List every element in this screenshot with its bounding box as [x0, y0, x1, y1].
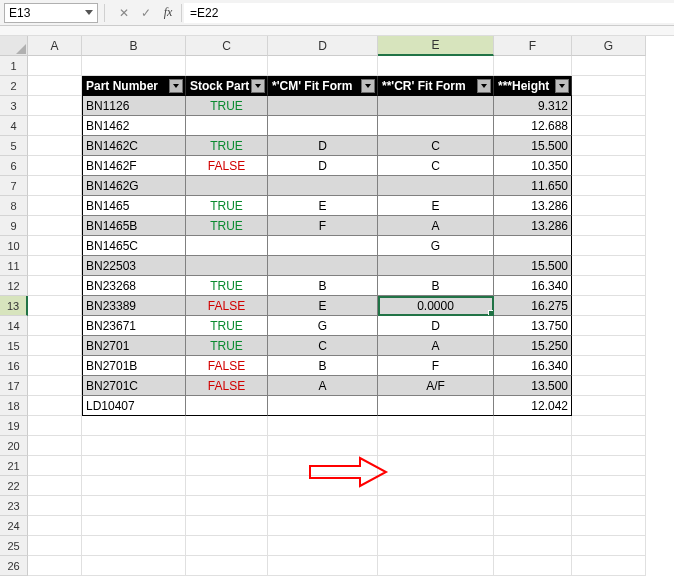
cell-stock-part[interactable]: TRUE: [186, 336, 268, 356]
cell-B21[interactable]: [82, 456, 186, 476]
cell-A12[interactable]: [28, 276, 82, 296]
cell-A6[interactable]: [28, 156, 82, 176]
cell-part-number[interactable]: BN2701B: [82, 356, 186, 376]
cell-height[interactable]: 15.500: [494, 136, 572, 156]
cell-cm-fit[interactable]: [268, 176, 378, 196]
cell-height[interactable]: 15.250: [494, 336, 572, 356]
cell-height[interactable]: 12.688: [494, 116, 572, 136]
cell-stock-part[interactable]: [186, 176, 268, 196]
cell-part-number[interactable]: BN23268: [82, 276, 186, 296]
row-header-10[interactable]: 10: [0, 236, 28, 256]
filter-dropdown-icon[interactable]: [251, 79, 265, 93]
table-header-partNumber[interactable]: Part Number: [82, 76, 186, 96]
column-header-A[interactable]: A: [28, 36, 82, 56]
cell-E23[interactable]: [378, 496, 494, 516]
cell-A23[interactable]: [28, 496, 82, 516]
row-header-7[interactable]: 7: [0, 176, 28, 196]
cell-B24[interactable]: [82, 516, 186, 536]
cell-G21[interactable]: [572, 456, 646, 476]
cell-E20[interactable]: [378, 436, 494, 456]
cell-G24[interactable]: [572, 516, 646, 536]
cell-G12[interactable]: [572, 276, 646, 296]
row-header-13[interactable]: 13: [0, 296, 28, 316]
cell-height[interactable]: 13.286: [494, 196, 572, 216]
cell-A13[interactable]: [28, 296, 82, 316]
row-header-19[interactable]: 19: [0, 416, 28, 436]
cell-G11[interactable]: [572, 256, 646, 276]
cell-stock-part[interactable]: FALSE: [186, 156, 268, 176]
fx-button[interactable]: fx: [157, 3, 179, 23]
cell-E22[interactable]: [378, 476, 494, 496]
cell-G2[interactable]: [572, 76, 646, 96]
row-header-4[interactable]: 4: [0, 116, 28, 136]
cell-A17[interactable]: [28, 376, 82, 396]
cell-F1[interactable]: [494, 56, 572, 76]
cell-stock-part[interactable]: TRUE: [186, 216, 268, 236]
cell-part-number[interactable]: BN1462C: [82, 136, 186, 156]
cell-D19[interactable]: [268, 416, 378, 436]
cell-F21[interactable]: [494, 456, 572, 476]
cell-E26[interactable]: [378, 556, 494, 576]
cell-F23[interactable]: [494, 496, 572, 516]
cell-B26[interactable]: [82, 556, 186, 576]
cell-C22[interactable]: [186, 476, 268, 496]
cell-cr-fit[interactable]: B: [378, 276, 494, 296]
cell-cr-fit[interactable]: G: [378, 236, 494, 256]
row-header-14[interactable]: 14: [0, 316, 28, 336]
cell-cm-fit[interactable]: [268, 236, 378, 256]
cell-stock-part[interactable]: TRUE: [186, 316, 268, 336]
cell-F26[interactable]: [494, 556, 572, 576]
cell-G5[interactable]: [572, 136, 646, 156]
cell-A5[interactable]: [28, 136, 82, 156]
cell-G17[interactable]: [572, 376, 646, 396]
cell-G25[interactable]: [572, 536, 646, 556]
name-box[interactable]: E13: [4, 3, 98, 23]
cell-F25[interactable]: [494, 536, 572, 556]
cell-cr-fit[interactable]: [378, 96, 494, 116]
cell-G13[interactable]: [572, 296, 646, 316]
cell-B22[interactable]: [82, 476, 186, 496]
cell-part-number[interactable]: BN2701: [82, 336, 186, 356]
row-header-17[interactable]: 17: [0, 376, 28, 396]
cell-stock-part[interactable]: [186, 256, 268, 276]
cell-A15[interactable]: [28, 336, 82, 356]
cell-G22[interactable]: [572, 476, 646, 496]
cell-B19[interactable]: [82, 416, 186, 436]
filter-dropdown-icon[interactable]: [361, 79, 375, 93]
cell-A24[interactable]: [28, 516, 82, 536]
cell-D20[interactable]: [268, 436, 378, 456]
cell-A20[interactable]: [28, 436, 82, 456]
cell-part-number[interactable]: BN1462: [82, 116, 186, 136]
column-header-G[interactable]: G: [572, 36, 646, 56]
cell-height[interactable]: 16.340: [494, 276, 572, 296]
cell-stock-part[interactable]: TRUE: [186, 136, 268, 156]
row-header-3[interactable]: 3: [0, 96, 28, 116]
cell-cr-fit[interactable]: A: [378, 336, 494, 356]
cell-cm-fit[interactable]: D: [268, 156, 378, 176]
cell-G4[interactable]: [572, 116, 646, 136]
cell-A25[interactable]: [28, 536, 82, 556]
cell-cm-fit[interactable]: A: [268, 376, 378, 396]
cell-cm-fit[interactable]: [268, 96, 378, 116]
cell-F22[interactable]: [494, 476, 572, 496]
cell-G7[interactable]: [572, 176, 646, 196]
cell-cr-fit[interactable]: C: [378, 136, 494, 156]
cell-height[interactable]: [494, 236, 572, 256]
cell-D23[interactable]: [268, 496, 378, 516]
cell-stock-part[interactable]: TRUE: [186, 196, 268, 216]
cell-part-number[interactable]: BN1465B: [82, 216, 186, 236]
row-header-26[interactable]: 26: [0, 556, 28, 576]
cell-part-number[interactable]: LD10407: [82, 396, 186, 416]
cell-A14[interactable]: [28, 316, 82, 336]
cell-A4[interactable]: [28, 116, 82, 136]
cell-C20[interactable]: [186, 436, 268, 456]
cell-A1[interactable]: [28, 56, 82, 76]
cell-G18[interactable]: [572, 396, 646, 416]
cell-E19[interactable]: [378, 416, 494, 436]
row-header-11[interactable]: 11: [0, 256, 28, 276]
cell-D26[interactable]: [268, 556, 378, 576]
cell-height[interactable]: 16.275: [494, 296, 572, 316]
confirm-button[interactable]: ✓: [135, 3, 157, 23]
cell-A3[interactable]: [28, 96, 82, 116]
column-header-B[interactable]: B: [82, 36, 186, 56]
